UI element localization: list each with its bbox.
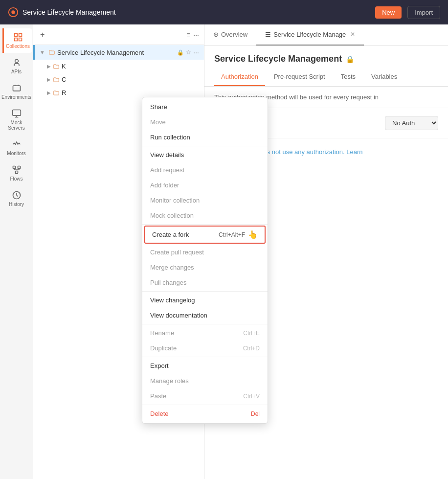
environments-label: Environments [1, 94, 31, 100]
ctx-view-documentation[interactable]: View documentation [142, 308, 268, 323]
collections-panel-header: + ≡ ··· [33, 24, 204, 45]
svg-rect-8 [12, 110, 21, 116]
monitors-icon [12, 139, 22, 149]
collections-label: Collections [6, 44, 30, 49]
auth-tab-pre-request[interactable]: Pre-request Script [267, 68, 332, 86]
auth-tab-variables[interactable]: Variables [364, 68, 404, 86]
ctx-share[interactable]: Share [142, 99, 268, 114]
auth-tab-authorization[interactable]: Authorization [214, 68, 265, 86]
tab-overview[interactable]: ⊕ Overview [204, 24, 256, 46]
ctx-paste[interactable]: Paste Ctrl+V [142, 388, 268, 404]
context-menu: Share Move Run collection View details A… [142, 97, 268, 424]
svg-rect-11 [15, 171, 18, 174]
child-k-folder-icon [53, 63, 60, 70]
history-icon [12, 190, 22, 200]
ctx-add-request[interactable]: Add request [142, 162, 268, 178]
title-lock-icon: 🔒 [346, 55, 354, 63]
import-button[interactable]: Import [407, 6, 440, 19]
ctx-export[interactable]: Export [142, 358, 268, 373]
child-r-folder-icon [53, 90, 60, 96]
ctx-pull-changes[interactable]: Pull changes [142, 275, 268, 290]
flows-label: Flows [10, 176, 22, 182]
environments-icon [12, 83, 22, 93]
child-c-chevron: ▶ [47, 77, 51, 82]
overview-icon: ⊕ [213, 31, 219, 38]
new-button[interactable]: New [375, 6, 402, 19]
root-chevron-icon: ▼ [40, 49, 46, 55]
tab-collection[interactable]: ☰ Service Lifecycle Manage ✕ [256, 24, 364, 46]
child-k-chevron: ▶ [47, 64, 51, 69]
top-tabs-bar: ⊕ Overview ☰ Service Lifecycle Manage ✕ [204, 24, 448, 46]
flows-icon [12, 165, 22, 175]
ctx-rename[interactable]: Rename Ctrl+E [142, 325, 268, 341]
svg-rect-4 [14, 38, 17, 41]
tree-child-c[interactable]: ▶ C [33, 73, 204, 86]
svg-rect-7 [13, 86, 20, 91]
root-star-icon: ☆ [186, 49, 191, 56]
svg-rect-10 [18, 166, 20, 169]
mock-servers-icon [12, 109, 22, 118]
more-options-button[interactable]: ··· [193, 31, 199, 39]
sidebar-item-apis[interactable]: APIs [2, 54, 31, 78]
ctx-duplicate[interactable]: Duplicate Ctrl+D [142, 341, 268, 356]
ctx-add-folder[interactable]: Add folder [142, 178, 268, 193]
app-logo: Service Lifecycle Management [8, 7, 116, 18]
svg-rect-3 [19, 34, 22, 37]
child-r-name: R [62, 89, 66, 96]
collections-panel: + ≡ ··· ▼ Service Lifecycle Management 🔒… [33, 24, 204, 479]
add-collection-button[interactable]: + [38, 29, 46, 40]
history-label: History [9, 202, 24, 207]
ctx-view-details[interactable]: View details [142, 147, 268, 162]
ctx-mock-collection[interactable]: Mock collection [142, 208, 268, 223]
app-title: Service Lifecycle Management [22, 8, 116, 16]
root-lock-icon: 🔒 [177, 49, 184, 56]
svg-rect-2 [14, 34, 17, 37]
ctx-delete[interactable]: Delete Del [142, 406, 268, 421]
auth-tabs-bar: Authorization Pre-request Script Tests V… [204, 68, 448, 87]
sidebar-item-monitors[interactable]: Monitors [2, 136, 31, 160]
monitors-label: Monitors [7, 151, 25, 156]
collection-title-bar: Service Lifecycle Management 🔒 [204, 46, 448, 64]
ctx-create-pull-request[interactable]: Create pull request [142, 245, 268, 260]
apis-icon [12, 58, 22, 68]
ctx-monitor-collection[interactable]: Monitor collection [142, 193, 268, 208]
child-c-name: C [62, 76, 66, 83]
ctx-view-changelog[interactable]: View changelog [142, 293, 268, 308]
collection-title: Service Lifecycle Management 🔒 [214, 54, 438, 64]
root-collection-name: Service Lifecycle Management [57, 49, 175, 56]
auth-tab-tests[interactable]: Tests [334, 68, 362, 86]
svg-point-6 [15, 59, 18, 63]
ctx-create-fork[interactable]: Create a fork Ctrl+Alt+F 👆 [144, 226, 266, 244]
apis-label: APIs [11, 69, 22, 74]
ctx-run-collection[interactable]: Run collection [142, 130, 268, 145]
mock-servers-label: Mock Servers [4, 120, 29, 131]
ctx-move[interactable]: Move [142, 114, 268, 130]
collection-tab-close-icon[interactable]: ✕ [350, 31, 355, 38]
collection-root-item[interactable]: ▼ Service Lifecycle Management 🔒 ☆ ··· [33, 45, 204, 60]
sidebar-item-flows[interactable]: Flows [2, 161, 31, 185]
root-more-icon[interactable]: ··· [193, 48, 199, 56]
sidebar-item-mock-servers[interactable]: Mock Servers [2, 105, 31, 135]
child-r-chevron: ▶ [47, 90, 51, 95]
filter-button[interactable]: ≡ [186, 31, 190, 39]
collections-icon [13, 32, 23, 42]
sidebar: Collections APIs Environments Mock Ser [0, 24, 33, 479]
svg-rect-9 [13, 166, 15, 169]
ctx-merge-changes[interactable]: Merge changes [142, 260, 268, 275]
root-folder-icon [48, 49, 55, 56]
tree-child-k[interactable]: ▶ K [33, 60, 204, 73]
child-c-folder-icon [53, 76, 60, 83]
sidebar-item-collections[interactable]: Collections [2, 28, 32, 53]
collection-tab-icon: ☰ [265, 31, 271, 38]
svg-rect-5 [19, 38, 22, 41]
sidebar-item-environments[interactable]: Environments [2, 79, 31, 104]
cursor-pointer-icon: 👆 [248, 230, 258, 239]
child-k-name: K [62, 63, 66, 70]
type-dropdown[interactable]: No Auth [385, 116, 438, 130]
ctx-manage-roles[interactable]: Manage roles [142, 373, 268, 388]
svg-point-1 [11, 10, 15, 14]
sidebar-item-history[interactable]: History [2, 186, 31, 211]
